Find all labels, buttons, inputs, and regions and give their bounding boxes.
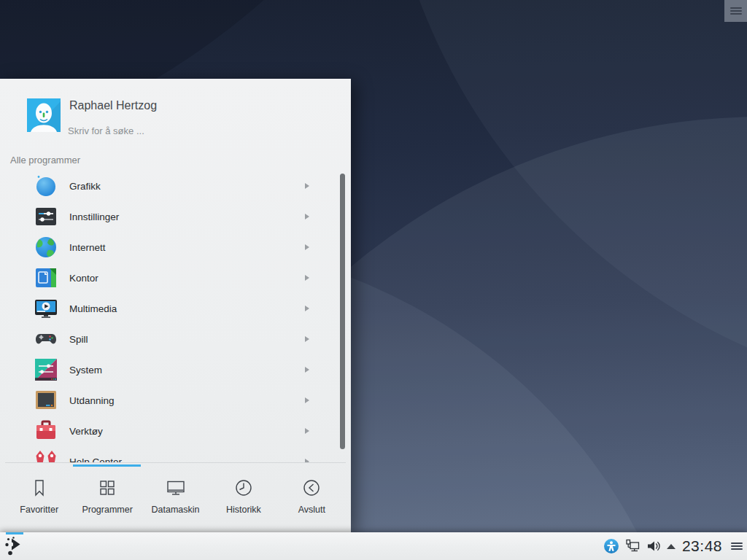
submenu-arrow-icon	[305, 214, 309, 219]
grafikk-icon	[34, 174, 58, 198]
desktop-toolbox-button[interactable]	[724, 0, 747, 22]
multimedia-icon	[34, 296, 58, 321]
submenu-arrow-icon	[305, 275, 309, 281]
tab-bar: FavoritterProgrammerDatamaskinHistorikkA…	[5, 467, 346, 532]
network-icon[interactable]	[624, 538, 640, 554]
spill-icon	[34, 327, 58, 351]
tab-label: Favoritter	[20, 505, 58, 515]
innstillinger-icon	[34, 204, 58, 229]
breadcrumb: Alle programmer	[10, 155, 80, 166]
submenu-arrow-icon	[305, 306, 309, 311]
utdanning-icon	[34, 388, 58, 413]
kickoff-launcher-menu: Raphael Hertzog Alle programmer GrafikkI…	[0, 79, 351, 532]
menu-item-utdanning[interactable]: Utdanning	[0, 385, 351, 416]
panel-hamburger-icon[interactable]	[731, 541, 743, 551]
menu-item-label: Grafikk	[69, 181, 305, 192]
menu-item-verktoy[interactable]: Verktøy	[0, 416, 351, 446]
submenu-arrow-icon	[305, 367, 309, 373]
tab-label: Programmer	[82, 505, 132, 515]
volume-icon[interactable]	[646, 538, 662, 554]
historikk-icon	[233, 477, 255, 499]
hamburger-menu-icon	[730, 6, 742, 16]
programmer-icon	[96, 477, 118, 499]
menu-item-spill[interactable]: Spill	[0, 324, 351, 354]
launcher-active-indicator	[6, 532, 23, 534]
submenu-arrow-icon	[305, 397, 309, 403]
tab-historikk[interactable]: Historikk	[209, 467, 277, 532]
tab-label: Avslutt	[298, 505, 325, 515]
tabbar-separator	[5, 462, 346, 463]
menu-item-label: Verktøy	[69, 426, 305, 437]
menu-item-label: Spill	[69, 334, 305, 345]
avslutt-icon	[301, 477, 322, 499]
menu-item-internett[interactable]: Internett	[0, 232, 351, 262]
user-avatar[interactable]	[27, 98, 61, 132]
menu-item-label: Help Center	[69, 456, 305, 463]
datamaskin-icon	[165, 477, 187, 499]
internett-icon	[34, 235, 58, 260]
favoritter-icon	[28, 477, 50, 499]
menu-item-multimedia[interactable]: Multimedia	[0, 293, 351, 324]
tab-programmer[interactable]: Programmer	[73, 467, 141, 532]
tab-avslutt[interactable]: Avslutt	[278, 467, 346, 532]
application-launcher-button[interactable]	[4, 535, 26, 557]
system-tray: 23:48	[603, 532, 743, 560]
menu-list: GrafikkInnstillingerInternettKontorMulti…	[0, 171, 351, 462]
search-input[interactable]	[68, 125, 309, 136]
accessibility-icon[interactable]	[603, 538, 619, 554]
user-name: Raphael Hertzog	[69, 99, 157, 112]
bottom-panel: 23:48	[0, 532, 747, 560]
tab-favoritter[interactable]: Favoritter	[5, 467, 73, 532]
expand-tray-icon[interactable]	[667, 544, 676, 549]
kontor-icon	[34, 265, 58, 290]
list-scrollbar[interactable]	[340, 174, 345, 449]
system-icon	[34, 357, 58, 382]
submenu-arrow-icon	[305, 244, 309, 250]
menu-item-help[interactable]: Help Center	[0, 446, 351, 462]
digital-clock[interactable]: 23:48	[681, 537, 724, 555]
menu-item-label: Utdanning	[69, 395, 305, 406]
help-icon	[34, 449, 58, 462]
menu-item-label: Innstillinger	[69, 211, 305, 222]
menu-item-grafikk[interactable]: Grafikk	[0, 171, 351, 201]
tab-datamaskin[interactable]: Datamaskin	[142, 467, 209, 532]
submenu-arrow-icon	[305, 336, 309, 342]
submenu-arrow-icon	[305, 428, 309, 434]
submenu-arrow-icon	[305, 183, 309, 189]
menu-item-label: Kontor	[69, 273, 305, 284]
tab-label: Datamaskin	[152, 505, 200, 515]
menu-item-kontor[interactable]: Kontor	[0, 262, 351, 293]
tab-label: Historikk	[226, 505, 261, 515]
verktoy-icon	[34, 419, 58, 443]
menu-item-label: Internett	[69, 242, 305, 253]
menu-item-label: System	[69, 365, 305, 376]
app-launcher-icon	[4, 535, 26, 557]
menu-item-system[interactable]: System	[0, 354, 351, 385]
menu-item-innstillinger[interactable]: Innstillinger	[0, 201, 351, 232]
menu-item-label: Multimedia	[69, 303, 305, 314]
